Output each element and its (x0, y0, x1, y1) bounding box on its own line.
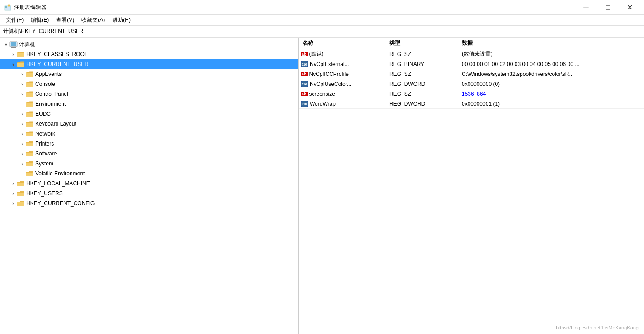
folder-hklm-icon (17, 180, 25, 187)
detail-row-nvcplext-name: 010 NvCplExternal... (299, 61, 389, 67)
expand-console[interactable]: › (19, 80, 26, 88)
address-bar: 计算机\HKEY_CURRENT_USER (0, 26, 644, 38)
maximize-button[interactable]: □ (597, 0, 618, 15)
title-left: 注册表编辑器 (4, 4, 47, 11)
menu-file[interactable]: 文件(F) (2, 15, 27, 25)
svg-rect-7 (11, 47, 16, 48)
expand-network[interactable]: › (19, 130, 26, 137)
tree-label-environment: Environment (35, 101, 66, 107)
detail-row-wordwrap[interactable]: 010 WordWrap REG_DWORD 0x00000001 (1) (299, 99, 644, 109)
menu-help[interactable]: 帮助(H) (109, 15, 134, 25)
tree-hku[interactable]: › HKEY_USERS (0, 188, 298, 198)
tree-label-printers: Printers (35, 141, 54, 147)
expand-hkcr[interactable]: › (9, 51, 17, 58)
tree-keyboardlayout[interactable]: › Keyboard Layout (0, 119, 298, 129)
detail-row-screensize[interactable]: ab screensize REG_SZ 1536_864 (299, 89, 644, 99)
tree-label-software: Software (35, 151, 57, 157)
close-button[interactable]: ✕ (619, 0, 640, 15)
tree-label-system: System (35, 160, 53, 167)
tree-label-appevents: AppEvents (35, 71, 62, 77)
detail-row-nvcplext[interactable]: 010 NvCplExternal... REG_BINARY 00 00 00… (299, 59, 644, 69)
ab-icon-nvcplicc: ab (301, 72, 308, 76)
address-text: 计算机\HKEY_CURRENT_USER (3, 28, 83, 35)
computer-icon (9, 41, 18, 48)
ab-icon-default: ab (301, 52, 308, 56)
tree-hkcc[interactable]: › HKEY_CURRENT_CONFIG (0, 198, 298, 208)
tree-console[interactable]: › Console (0, 79, 298, 89)
detail-row-nvcplcolor[interactable]: 010 NvCplUseColor... REG_DWORD 0x0000000… (299, 79, 644, 89)
detail-panel: 名称 类型 数据 ab (默认) REG_SZ (数值未设置) (299, 38, 644, 334)
ab-icon-screensize: ab (301, 92, 308, 96)
detail-row-default-name: ab (默认) (299, 50, 389, 58)
tree-hkcr[interactable]: › HKEY_CLASSES_ROOT (0, 49, 298, 59)
tree-label-console: Console (35, 81, 55, 87)
title-bar: 注册表编辑器 ─ □ ✕ (0, 0, 644, 15)
tree-label-volatile: Volatile Environment (35, 170, 85, 177)
tree-label-hkcu: HKEY_CURRENT_USER (26, 61, 89, 67)
tree-label-keyboardlayout: Keyboard Layout (35, 121, 76, 127)
detail-header: 名称 类型 数据 (299, 38, 644, 49)
detail-row-nvcplcolor-data: 0x00000000 (0) (462, 81, 644, 87)
tree-root-computer[interactable]: ▾ 计算机 (0, 39, 298, 49)
folder-eudc-icon (26, 110, 34, 118)
expand-volatile (19, 170, 26, 177)
tree-label-eudc: EUDC (35, 111, 51, 117)
expand-hkcc[interactable]: › (9, 200, 17, 207)
detail-row-default[interactable]: ab (默认) REG_SZ (数值未设置) (299, 49, 644, 59)
expand-eudc[interactable]: › (19, 110, 26, 118)
menu-view[interactable]: 查看(V) (52, 15, 78, 25)
svg-point-3 (9, 5, 9, 6)
expand-system[interactable]: › (19, 160, 26, 167)
tree-hkcu[interactable]: ▾ HKEY_CURRENT_USER (0, 59, 298, 69)
bin-icon-nvcplcolor: 010 (301, 81, 308, 87)
tree-eudc[interactable]: › EUDC (0, 109, 298, 119)
svg-rect-6 (12, 47, 15, 47)
tree-printers[interactable]: › Printers (0, 139, 298, 149)
detail-row-wordwrap-name: 010 WordWrap (299, 101, 389, 107)
svg-text:010: 010 (302, 103, 307, 106)
expand-computer[interactable]: ▾ (2, 41, 9, 48)
detail-row-screensize-name: ab screensize (299, 91, 389, 97)
minimize-button[interactable]: ─ (576, 0, 597, 15)
expand-keyboardlayout[interactable]: › (19, 120, 26, 127)
detail-row-default-type: REG_SZ (389, 51, 462, 57)
expand-printers[interactable]: › (19, 140, 26, 147)
folder-controlpanel-icon (26, 90, 34, 98)
col-header-type: 类型 (389, 39, 462, 47)
folder-printers-icon (26, 140, 34, 147)
detail-row-screensize-type: REG_SZ (389, 91, 462, 97)
tree-label-hkcc: HKEY_CURRENT_CONFIG (26, 200, 95, 207)
main-content: ▾ 计算机 › HKEY_CLASSES_ROOT (0, 38, 644, 334)
tree-hklm[interactable]: › HKEY_LOCAL_MACHINE (0, 179, 298, 188)
menu-favorites[interactable]: 收藏夹(A) (78, 15, 109, 25)
tree-appevents[interactable]: › AppEvents (0, 69, 298, 79)
tree-panel[interactable]: ▾ 计算机 › HKEY_CLASSES_ROOT (0, 38, 299, 334)
svg-text:010: 010 (302, 83, 307, 86)
col-header-data: 数据 (462, 39, 644, 47)
svg-rect-1 (5, 6, 7, 8)
bin-icon-wordwrap: 010 (301, 101, 308, 107)
tree-environment[interactable]: Environment (0, 99, 298, 109)
expand-hklm[interactable]: › (9, 180, 17, 187)
menu-edit[interactable]: 编辑(E) (27, 15, 52, 25)
tree-system[interactable]: › System (0, 159, 298, 169)
tree-label-hkcr: HKEY_CLASSES_ROOT (26, 51, 88, 57)
expand-appevents[interactable]: › (19, 71, 26, 78)
expand-software[interactable]: › (19, 150, 26, 157)
title-controls: ─ □ ✕ (576, 0, 640, 15)
svg-rect-5 (11, 42, 16, 46)
tree-software[interactable]: › Software (0, 149, 298, 159)
tree-controlpanel[interactable]: › Control Panel (0, 89, 298, 99)
expand-hkcu[interactable]: ▾ (9, 61, 17, 68)
detail-row-nvcplicc[interactable]: ab NvCplICCProfile REG_SZ C:\Windows\sys… (299, 69, 644, 79)
tree-volatile[interactable]: Volatile Environment (0, 169, 298, 179)
tree-network[interactable]: › Network (0, 129, 298, 139)
folder-hku-icon (17, 190, 25, 197)
tree-label-controlpanel: Control Panel (35, 91, 68, 97)
folder-hkcu-icon (17, 61, 25, 68)
bin-icon-nvcplext: 010 (301, 61, 308, 67)
folder-software-icon (26, 150, 34, 157)
folder-hkcc-icon (17, 200, 25, 207)
expand-hku[interactable]: › (9, 190, 17, 197)
expand-controlpanel[interactable]: › (19, 90, 26, 98)
